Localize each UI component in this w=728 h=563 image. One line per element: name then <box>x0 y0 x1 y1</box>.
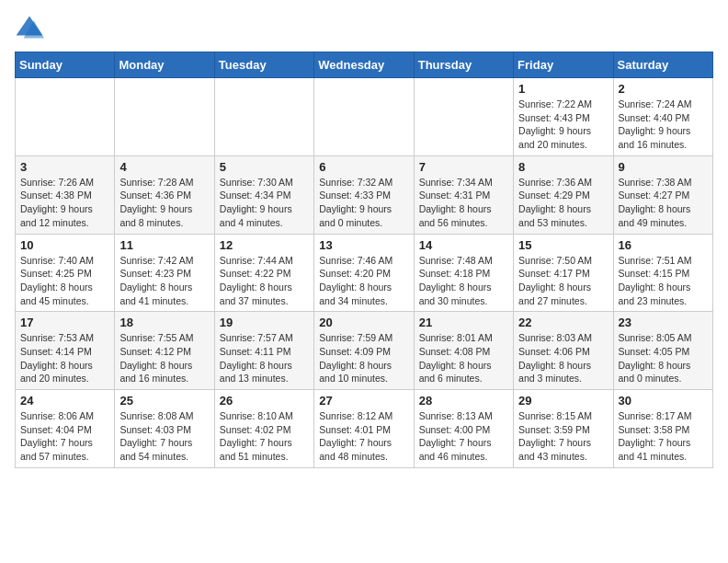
day-number: 11 <box>119 238 209 252</box>
header-cell-wednesday: Wednesday <box>314 52 414 78</box>
calendar-table: SundayMondayTuesdayWednesdayThursdayFrid… <box>15 52 713 468</box>
day-cell: 15Sunrise: 7:50 AMSunset: 4:17 PMDayligh… <box>514 234 613 312</box>
day-info: Sunrise: 8:15 AMSunset: 3:59 PMDaylight:… <box>518 409 608 464</box>
day-number: 9 <box>619 160 708 174</box>
day-info: Sunrise: 7:42 AMSunset: 4:23 PMDaylight:… <box>119 254 209 308</box>
day-info: Sunrise: 7:28 AMSunset: 4:36 PMDaylight:… <box>119 176 209 230</box>
day-cell: 19Sunrise: 7:57 AMSunset: 4:11 PMDayligh… <box>214 312 313 390</box>
day-info: Sunrise: 7:24 AMSunset: 4:40 PMDaylight:… <box>619 98 708 152</box>
day-cell: 10Sunrise: 7:40 AMSunset: 4:25 PMDayligh… <box>16 234 115 312</box>
day-number: 25 <box>119 394 209 408</box>
day-info: Sunrise: 8:17 AMSunset: 3:58 PMDaylight:… <box>619 409 708 464</box>
day-info: Sunrise: 7:51 AMSunset: 4:15 PMDaylight:… <box>619 254 708 308</box>
day-info: Sunrise: 7:50 AMSunset: 4:17 PMDaylight:… <box>518 254 608 308</box>
day-cell: 3Sunrise: 7:26 AMSunset: 4:38 PMDaylight… <box>16 155 115 234</box>
day-cell: 25Sunrise: 8:08 AMSunset: 4:03 PMDayligh… <box>115 390 214 468</box>
day-number: 2 <box>619 82 708 96</box>
day-info: Sunrise: 7:57 AMSunset: 4:11 PMDaylight:… <box>220 331 309 385</box>
day-number: 21 <box>419 316 508 329</box>
day-cell <box>115 78 214 156</box>
day-cell: 20Sunrise: 7:59 AMSunset: 4:09 PMDayligh… <box>314 312 414 390</box>
day-info: Sunrise: 7:22 AMSunset: 4:43 PMDaylight:… <box>518 98 608 152</box>
day-cell: 11Sunrise: 7:42 AMSunset: 4:23 PMDayligh… <box>115 234 214 312</box>
day-number: 27 <box>319 394 408 408</box>
day-number: 16 <box>619 238 708 252</box>
day-cell: 9Sunrise: 7:38 AMSunset: 4:27 PMDaylight… <box>613 155 712 234</box>
day-cell: 21Sunrise: 8:01 AMSunset: 4:08 PMDayligh… <box>414 312 513 390</box>
day-info: Sunrise: 7:34 AMSunset: 4:31 PMDaylight:… <box>419 176 508 230</box>
day-number: 14 <box>419 238 508 252</box>
day-cell: 14Sunrise: 7:48 AMSunset: 4:18 PMDayligh… <box>414 234 513 312</box>
day-number: 17 <box>20 316 109 329</box>
day-number: 29 <box>518 394 608 408</box>
day-number: 22 <box>518 316 608 329</box>
day-info: Sunrise: 7:30 AMSunset: 4:34 PMDaylight:… <box>220 176 309 230</box>
day-info: Sunrise: 7:44 AMSunset: 4:22 PMDaylight:… <box>220 254 309 308</box>
day-cell: 30Sunrise: 8:17 AMSunset: 3:58 PMDayligh… <box>613 390 712 468</box>
header-cell-tuesday: Tuesday <box>214 52 313 78</box>
day-cell: 24Sunrise: 8:06 AMSunset: 4:04 PMDayligh… <box>16 390 115 468</box>
week-row-5: 24Sunrise: 8:06 AMSunset: 4:04 PMDayligh… <box>16 390 713 468</box>
day-cell: 18Sunrise: 7:55 AMSunset: 4:12 PMDayligh… <box>115 312 214 390</box>
day-cell <box>314 78 414 156</box>
week-row-1: 1Sunrise: 7:22 AMSunset: 4:43 PMDaylight… <box>16 78 713 156</box>
day-cell: 6Sunrise: 7:32 AMSunset: 4:33 PMDaylight… <box>314 155 414 234</box>
day-number: 20 <box>319 316 408 329</box>
day-cell: 5Sunrise: 7:30 AMSunset: 4:34 PMDaylight… <box>214 155 313 234</box>
week-row-4: 17Sunrise: 7:53 AMSunset: 4:14 PMDayligh… <box>16 312 713 390</box>
header-cell-monday: Monday <box>115 52 214 78</box>
day-info: Sunrise: 8:10 AMSunset: 4:02 PMDaylight:… <box>220 409 309 464</box>
day-info: Sunrise: 7:26 AMSunset: 4:38 PMDaylight:… <box>20 176 109 230</box>
day-number: 15 <box>518 238 608 252</box>
day-info: Sunrise: 7:46 AMSunset: 4:20 PMDaylight:… <box>319 254 408 308</box>
day-info: Sunrise: 8:13 AMSunset: 4:00 PMDaylight:… <box>419 409 508 464</box>
day-cell <box>214 78 313 156</box>
day-number: 8 <box>518 160 608 174</box>
day-cell: 29Sunrise: 8:15 AMSunset: 3:59 PMDayligh… <box>514 390 613 468</box>
day-number: 30 <box>619 394 708 408</box>
day-info: Sunrise: 8:03 AMSunset: 4:06 PMDaylight:… <box>518 331 608 385</box>
day-number: 24 <box>20 394 109 408</box>
day-number: 26 <box>220 394 309 408</box>
day-cell <box>16 78 115 156</box>
day-number: 5 <box>220 160 309 174</box>
day-number: 3 <box>20 160 109 174</box>
day-number: 6 <box>319 160 408 174</box>
week-row-3: 10Sunrise: 7:40 AMSunset: 4:25 PMDayligh… <box>16 234 713 312</box>
day-info: Sunrise: 8:01 AMSunset: 4:08 PMDaylight:… <box>419 331 508 385</box>
calendar-header: SundayMondayTuesdayWednesdayThursdayFrid… <box>16 52 713 78</box>
day-cell: 23Sunrise: 8:05 AMSunset: 4:05 PMDayligh… <box>613 312 712 390</box>
day-cell: 16Sunrise: 7:51 AMSunset: 4:15 PMDayligh… <box>613 234 712 312</box>
day-cell: 8Sunrise: 7:36 AMSunset: 4:29 PMDaylight… <box>514 155 613 234</box>
day-cell: 26Sunrise: 8:10 AMSunset: 4:02 PMDayligh… <box>214 390 313 468</box>
day-info: Sunrise: 7:38 AMSunset: 4:27 PMDaylight:… <box>619 176 708 230</box>
header-cell-thursday: Thursday <box>414 52 513 78</box>
day-number: 13 <box>319 238 408 252</box>
day-number: 19 <box>220 316 309 329</box>
week-row-2: 3Sunrise: 7:26 AMSunset: 4:38 PMDaylight… <box>16 155 713 234</box>
day-number: 28 <box>419 394 508 408</box>
day-cell: 1Sunrise: 7:22 AMSunset: 4:43 PMDaylight… <box>514 78 613 156</box>
day-cell: 13Sunrise: 7:46 AMSunset: 4:20 PMDayligh… <box>314 234 414 312</box>
day-number: 18 <box>119 316 209 329</box>
day-info: Sunrise: 7:48 AMSunset: 4:18 PMDaylight:… <box>419 254 508 308</box>
day-info: Sunrise: 8:05 AMSunset: 4:05 PMDaylight:… <box>619 331 708 385</box>
header <box>15 15 713 40</box>
day-info: Sunrise: 8:08 AMSunset: 4:03 PMDaylight:… <box>119 409 209 464</box>
header-row: SundayMondayTuesdayWednesdayThursdayFrid… <box>16 52 713 78</box>
day-info: Sunrise: 7:53 AMSunset: 4:14 PMDaylight:… <box>20 331 109 385</box>
calendar-body: 1Sunrise: 7:22 AMSunset: 4:43 PMDaylight… <box>16 78 713 468</box>
day-cell: 2Sunrise: 7:24 AMSunset: 4:40 PMDaylight… <box>613 78 712 156</box>
header-cell-friday: Friday <box>514 52 613 78</box>
day-cell: 17Sunrise: 7:53 AMSunset: 4:14 PMDayligh… <box>16 312 115 390</box>
day-info: Sunrise: 7:55 AMSunset: 4:12 PMDaylight:… <box>119 331 209 385</box>
day-number: 10 <box>20 238 109 252</box>
day-info: Sunrise: 7:59 AMSunset: 4:09 PMDaylight:… <box>319 331 408 385</box>
day-cell <box>414 78 513 156</box>
header-cell-saturday: Saturday <box>613 52 712 78</box>
day-number: 1 <box>518 82 608 96</box>
day-cell: 28Sunrise: 8:13 AMSunset: 4:00 PMDayligh… <box>414 390 513 468</box>
day-cell: 7Sunrise: 7:34 AMSunset: 4:31 PMDaylight… <box>414 155 513 234</box>
day-number: 4 <box>119 160 209 174</box>
day-cell: 4Sunrise: 7:28 AMSunset: 4:36 PMDaylight… <box>115 155 214 234</box>
